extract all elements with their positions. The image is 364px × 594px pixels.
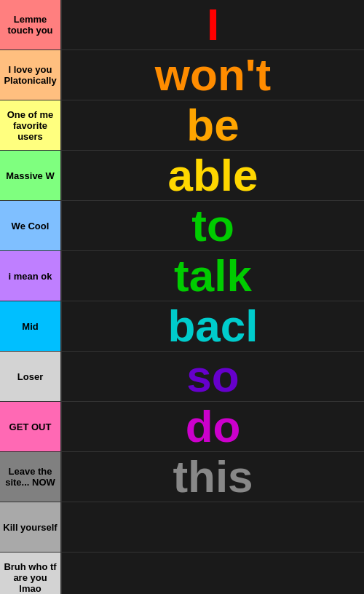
tier-label-9: Leave the site... NOW bbox=[0, 452, 62, 502]
tier-label-4: We Cool bbox=[0, 201, 62, 250]
tier-content-5: talk bbox=[62, 251, 364, 301]
tier-row: Lemme touch youI bbox=[0, 0, 364, 50]
tier-label-8: GET OUT bbox=[0, 402, 62, 451]
tier-content-8: do bbox=[62, 402, 364, 451]
tier-row: Loserso bbox=[0, 352, 364, 402]
tier-content-10 bbox=[62, 502, 364, 552]
tier-label-6: Mid bbox=[0, 301, 62, 351]
tier-word-4: to bbox=[191, 203, 234, 248]
tier-row: We Coolto bbox=[0, 201, 364, 251]
tier-row: Massive Wable bbox=[0, 151, 364, 201]
tier-word-5: talk bbox=[174, 253, 252, 298]
tier-row: One of me favorite usersbe bbox=[0, 100, 364, 151]
tier-word-0: I bbox=[207, 2, 219, 47]
tier-content-0: I bbox=[62, 0, 364, 50]
tier-label-1: I love you Platonically bbox=[0, 50, 62, 100]
tier-row: GET OUTdo bbox=[0, 402, 364, 452]
tier-row: Leave the site... NOWthis bbox=[0, 452, 364, 502]
tier-word-2: be bbox=[186, 103, 239, 148]
tier-content-1: won't bbox=[62, 50, 364, 100]
tier-row: I love you Platonicallywon't bbox=[0, 50, 364, 100]
tier-content-9: this bbox=[62, 452, 364, 502]
tier-word-6: bacl bbox=[167, 304, 258, 349]
tier-label-10: Kill yourself bbox=[0, 502, 62, 552]
tier-row: Midbacl bbox=[0, 301, 364, 352]
tier-label-11: Bruh who tf are you lmao bbox=[0, 553, 62, 594]
tier-content-6: bacl bbox=[62, 301, 364, 351]
tier-label-7: Loser bbox=[0, 352, 62, 401]
tier-content-2: be bbox=[62, 100, 364, 150]
tier-label-5: i mean ok bbox=[0, 251, 62, 301]
tier-word-8: do bbox=[186, 404, 241, 449]
tier-content-3: able bbox=[62, 151, 364, 200]
tier-label-0: Lemme touch you bbox=[0, 0, 62, 50]
tier-content-7: so bbox=[62, 352, 364, 401]
tier-word-7: so bbox=[186, 354, 239, 399]
tier-word-9: this bbox=[173, 454, 253, 499]
tier-content-11 bbox=[62, 553, 364, 594]
tier-row: Bruh who tf are you lmao bbox=[0, 553, 364, 594]
tier-word-1: won't bbox=[155, 52, 271, 98]
tier-row: Kill yourself bbox=[0, 502, 364, 553]
tier-label-2: One of me favorite users bbox=[0, 100, 62, 150]
tier-label-3: Massive W bbox=[0, 151, 62, 200]
tier-content-4: to bbox=[62, 201, 364, 250]
tier-row: i mean oktalk bbox=[0, 251, 364, 301]
tier-word-3: able bbox=[167, 153, 258, 198]
tier-list: Lemme touch youII love you Platonicallyw… bbox=[0, 0, 364, 594]
